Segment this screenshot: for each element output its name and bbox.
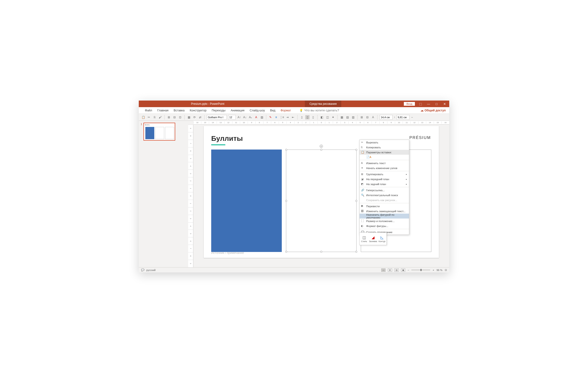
- outdent-icon[interactable]: ⇤: [291, 115, 295, 119]
- resize-handle[interactable]: [320, 149, 322, 151]
- slide-title[interactable]: Буллиты: [211, 134, 243, 143]
- align-left-icon[interactable]: ▯: [300, 115, 304, 119]
- indent-icon[interactable]: ⇥: [285, 115, 290, 119]
- paste-text-only-icon[interactable]: 📄A: [366, 156, 371, 158]
- fit-to-window-button[interactable]: ⊡: [445, 268, 447, 272]
- bullets-icon[interactable]: ≡: [274, 115, 278, 119]
- close-icon[interactable]: ✕: [442, 102, 447, 106]
- group-icon[interactable]: ⊡: [178, 115, 182, 119]
- clear-format-icon[interactable]: Aₓ: [248, 115, 252, 119]
- mini-outline-button[interactable]: ◺Контур: [378, 233, 387, 245]
- resize-handle[interactable]: [320, 251, 322, 253]
- share-button[interactable]: ☁ Общий доступ: [420, 109, 446, 112]
- distribute-icon[interactable]: ⊟: [172, 115, 177, 119]
- ctx-smart-lookup[interactable]: 🔍Интеллектуальный поиск: [360, 193, 409, 197]
- tell-me-input[interactable]: [304, 109, 347, 112]
- tab-format[interactable]: Формат: [278, 109, 294, 112]
- mini-style-button[interactable]: ◫Стиль: [360, 233, 368, 245]
- tab-design[interactable]: Конструктор: [187, 109, 209, 112]
- shape-outline-icon[interactable]: ◫: [325, 115, 329, 119]
- zoom-in-button[interactable]: +: [432, 269, 434, 272]
- copy-icon[interactable]: ⎘: [152, 115, 157, 119]
- format-painter-icon[interactable]: 🖌: [158, 115, 162, 119]
- wordart-icon[interactable]: A: [371, 115, 375, 119]
- slideshow-view-button[interactable]: ▣: [401, 268, 405, 272]
- sorter-view-button[interactable]: ⊞: [388, 268, 392, 272]
- outline-icon: ◺: [380, 235, 383, 240]
- shape-effects-icon[interactable]: ✦: [331, 115, 335, 119]
- resize-handle[interactable]: [355, 149, 357, 151]
- align-right-icon[interactable]: ▯: [311, 115, 315, 119]
- ctx-bring-to-front[interactable]: ◪На передний план▸: [360, 177, 409, 182]
- numbering-icon[interactable]: ⋮≡: [280, 115, 284, 119]
- insert-row-icon[interactable]: ▤: [345, 115, 349, 119]
- font-selector[interactable]: [207, 115, 227, 120]
- tab-file[interactable]: Файл: [142, 109, 155, 112]
- reading-view-button[interactable]: ▤: [394, 268, 399, 272]
- ctx-translate[interactable]: 🗣Перевести: [360, 204, 409, 209]
- blue-rectangle-shape[interactable]: [211, 150, 282, 252]
- pen-icon[interactable]: ✎: [268, 115, 273, 119]
- selected-shape-placeholder[interactable]: ⟳: [286, 150, 357, 252]
- zoom-out-button[interactable]: −: [408, 269, 409, 272]
- shape-height-input[interactable]: [380, 115, 393, 120]
- merge-icon[interactable]: ⊞: [360, 115, 364, 119]
- split-icon[interactable]: ⊟: [365, 115, 369, 119]
- tab-home[interactable]: Главная: [155, 109, 171, 112]
- tab-insert[interactable]: Вставка: [171, 109, 187, 112]
- ctx-hyperlink[interactable]: 🔗Гиперссылка...: [360, 188, 409, 193]
- ctx-group[interactable]: ⊞Группировать▸: [360, 172, 409, 177]
- align-center-icon[interactable]: ▯: [305, 115, 310, 119]
- tab-slideshow[interactable]: Слайд-шоу: [247, 109, 267, 112]
- table-icon[interactable]: ▦: [340, 115, 344, 119]
- ctx-size-position[interactable]: ⛶Размер и положение...: [360, 219, 409, 223]
- maximize-icon[interactable]: □: [434, 102, 439, 106]
- insert-col-icon[interactable]: ▥: [351, 115, 355, 119]
- slide-footer[interactable]: Источник / примечание: [211, 251, 244, 254]
- highlight-icon[interactable]: ▨: [260, 115, 264, 119]
- rotate-handle-icon[interactable]: ⟳: [320, 145, 323, 148]
- normal-view-button[interactable]: ▭: [381, 268, 386, 272]
- style-icon: ◫: [362, 235, 366, 240]
- ribbon-options-icon[interactable]: ⬚: [418, 102, 423, 106]
- arrange-icon[interactable]: ▦: [187, 115, 191, 119]
- font-size-selector[interactable]: [228, 115, 236, 120]
- cut-icon[interactable]: ✂: [147, 115, 151, 119]
- ctx-format-shape[interactable]: ◐Формат фигуры...: [360, 223, 409, 228]
- resize-handle[interactable]: [355, 251, 357, 253]
- mini-fill-button[interactable]: ◢Заливка: [368, 233, 378, 245]
- rotate-icon[interactable]: ⟳: [192, 115, 197, 119]
- tab-animations[interactable]: Анимация: [228, 109, 247, 112]
- slide-thumbnail-1[interactable]: Буллиты: [144, 123, 175, 141]
- flip-icon[interactable]: ⇄: [198, 115, 202, 119]
- contextual-tab-drawing-tools[interactable]: Средства рисования: [305, 100, 341, 107]
- minimize-icon[interactable]: —: [426, 102, 431, 106]
- window-title: Presium.pptx - PowerPoint: [176, 102, 239, 106]
- paste-icon[interactable]: 📋: [141, 115, 145, 119]
- align-icon[interactable]: ⊞: [167, 115, 171, 119]
- ctx-edit-text[interactable]: AИзменить текст: [360, 161, 409, 165]
- zoom-level[interactable]: 96 %: [437, 269, 442, 272]
- resize-handle[interactable]: [285, 200, 287, 202]
- resize-handle[interactable]: [355, 200, 357, 202]
- tab-transitions[interactable]: Переходы: [209, 109, 228, 112]
- ctx-send-to-back[interactable]: ◩На задний план▸: [360, 182, 409, 186]
- tab-view[interactable]: Вид: [267, 109, 278, 112]
- ctx-alt-text[interactable]: 🖼Изменить замещающий текст...: [360, 209, 409, 214]
- scissors-icon: ✂: [361, 141, 364, 144]
- decrease-font-icon[interactable]: A↓: [243, 115, 247, 119]
- shape-width-input[interactable]: [397, 115, 410, 120]
- comments-icon[interactable]: 💬: [141, 268, 144, 272]
- resize-handle[interactable]: [285, 149, 287, 151]
- zoom-slider[interactable]: [411, 270, 430, 270]
- ctx-edit-points[interactable]: ✦Начать изменение узлов: [360, 165, 409, 170]
- ctx-copy[interactable]: ⎘Копировать: [360, 145, 409, 150]
- shape-fill-icon[interactable]: ◧: [320, 115, 324, 119]
- signin-button[interactable]: Вход: [404, 102, 415, 106]
- font-color-icon[interactable]: A: [254, 115, 258, 119]
- ctx-cut[interactable]: ✂Вырезать: [360, 140, 409, 145]
- ctx-set-default-shape[interactable]: Назначить фигурой по умолчанию: [360, 214, 409, 219]
- resize-handle[interactable]: [285, 251, 287, 253]
- increase-font-icon[interactable]: A↑: [237, 115, 241, 119]
- language-indicator[interactable]: русский: [146, 269, 156, 272]
